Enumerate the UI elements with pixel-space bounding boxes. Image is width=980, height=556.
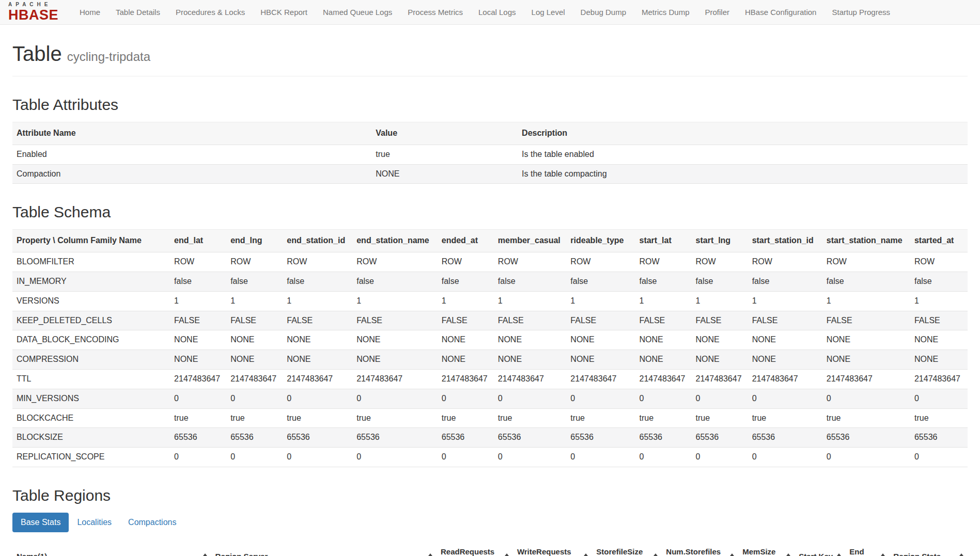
schema-row-bloomfilter: BLOOMFILTERROWROWROWROWROWROWROWROWROWRO… [12,252,968,272]
nav-item-profiler[interactable]: Profiler [697,1,738,24]
schema-property-value: false [352,272,438,291]
schema-property-value: 65536 [910,428,968,448]
nav-item: Profiler [697,1,738,24]
nav-item-hbck-report[interactable]: HBCK Report [253,1,315,24]
nav-item-startup-progress[interactable]: Startup Progress [824,1,898,24]
regions-col-readrequests-0[interactable]: ReadRequests (0) [437,544,513,556]
schema-property-value: ROW [692,252,748,272]
schema-property-value: FALSE [494,311,567,330]
schema-property-value: FALSE [438,311,494,330]
regions-col-start-key[interactable]: Start Key [795,544,845,556]
sort-icon [203,553,207,556]
schema-property-name: VERSIONS [12,291,170,311]
schema-property-value: NONE [910,330,968,350]
nav-item-log-level[interactable]: Log Level [524,1,573,24]
schema-property-value: ROW [566,252,635,272]
regions-col-header: ReadRequests (0) [441,547,509,556]
schema-property-value: NONE [494,350,567,370]
regions-tabs: Base StatsLocalitiesCompactions [12,513,968,532]
schema-property-value: NONE [438,330,494,350]
hbase-logo[interactable]: APACHE HBASE [8,2,58,22]
nav-item-table-details[interactable]: Table Details [108,1,168,24]
nav-item-process-metrics[interactable]: Process Metrics [400,1,471,24]
schema-property-value: 65536 [283,428,352,448]
schema-property-value: 2147483647 [692,369,748,389]
schema-property-value: true [283,408,352,428]
regions-col-name-1[interactable]: Name(1) [12,544,211,556]
tab-compactions[interactable]: Compactions [120,513,184,532]
nav-item-hbase-configuration[interactable]: HBase Configuration [737,1,824,24]
schema-property-value: NONE [283,330,352,350]
navbar-menu: HomeTable DetailsProcedures & LocksHBCK … [72,1,898,24]
schema-property-value: 1 [494,291,567,311]
schema-property-value: 65536 [494,428,567,448]
schema-property-value: NONE [352,330,438,350]
nav-item-local-logs[interactable]: Local Logs [471,1,524,24]
regions-col-label: Region State [893,551,941,556]
nav-item: Debug Dump [573,1,634,24]
schema-row-keep-deleted-cells: KEEP_DELETED_CELLSFALSEFALSEFALSEFALSEFA… [12,311,968,330]
schema-row-min-versions: MIN_VERSIONS000000000000 [12,389,968,408]
regions-col-memsize-0-mb[interactable]: MemSize (0 MB) [738,544,795,556]
nav-item-home[interactable]: Home [72,1,108,24]
attribute-cell: Compaction [12,164,371,184]
schema-property-value: NONE [635,330,691,350]
sort-up-arrow [584,553,588,556]
schema-property-value: 2147483647 [566,369,635,389]
tab-localities[interactable]: Localities [69,513,120,532]
nav-item: Table Details [108,1,168,24]
attributes-header-row: Attribute NameValueDescription [12,122,968,145]
schema-property-value: false [692,272,748,291]
schema-property-value: true [910,408,968,428]
tab-base-stats[interactable]: Base Stats [12,513,69,532]
schema-property-value: false [438,272,494,291]
schema-property-value: false [635,272,691,291]
regions-col-end-key[interactable]: End Key [845,544,889,556]
schema-property-value: 65536 [566,428,635,448]
schema-corner-header: Property \ Column Family Name [12,230,170,252]
schema-col-start-station-id: start_station_id [748,230,822,252]
attribute-cell: Is the table compacting [518,164,968,184]
schema-property-value: 1 [748,291,822,311]
regions-col-num-storefiles-12[interactable]: Num.Storefiles (12) [662,544,738,556]
table-attributes: Attribute NameValueDescription Enabledtr… [12,122,968,184]
nav-item-debug-dump[interactable]: Debug Dump [573,1,634,24]
title-divider [12,76,968,76]
regions-col-region-server[interactable]: Region Server [211,544,437,556]
sort-up-arrow [654,553,658,556]
schema-property-value: FALSE [170,311,226,330]
schema-property-value: 0 [438,389,494,408]
schema-property-value: NONE [822,350,910,370]
regions-col-writerequests-1[interactable]: WriteRequests (1) [513,544,592,556]
schema-property-value: 0 [170,389,226,408]
schema-property-value: 0 [566,389,635,408]
schema-property-value: false [566,272,635,291]
nav-item: Metrics Dump [634,1,697,24]
schema-property-value: 65536 [748,428,822,448]
schema-property-value: 0 [226,448,283,467]
schema-col-ended-at: ended_at [438,230,494,252]
schema-property-value: true [352,408,438,428]
schema-property-value: true [822,408,910,428]
schema-property-name: DATA_BLOCK_ENCODING [12,330,170,350]
nav-item-procedures-locks[interactable]: Procedures & Locks [168,1,253,24]
nav-item-metrics-dump[interactable]: Metrics Dump [634,1,697,24]
schema-col-rideable-type: rideable_type [566,230,635,252]
regions-heading: Table Regions [12,487,968,504]
schema-row-replication-scope: REPLICATION_SCOPE000000000000 [12,448,968,467]
logo-apache-text: APACHE [8,2,58,7]
regions-col-label: WriteRequests (1) [517,547,582,556]
schema-property-value: 2147483647 [635,369,691,389]
regions-col-header: StorefileSize (61 MB) [596,547,658,556]
nav-item: HBCK Report [253,1,315,24]
schema-row-compression: COMPRESSIONNONENONENONENONENONENONENONEN… [12,350,968,370]
regions-col-storefilesize-61-mb[interactable]: StorefileSize (61 MB) [592,544,662,556]
schema-property-value: 1 [822,291,910,311]
schema-property-value: false [283,272,352,291]
sort-icon [730,553,734,556]
nav-item-named-queue-logs[interactable]: Named Queue Logs [315,1,400,24]
schema-property-value: 1 [226,291,283,311]
schema-property-value: FALSE [566,311,635,330]
regions-col-region-state[interactable]: Region State [889,544,968,556]
schema-property-value: 65536 [170,428,226,448]
